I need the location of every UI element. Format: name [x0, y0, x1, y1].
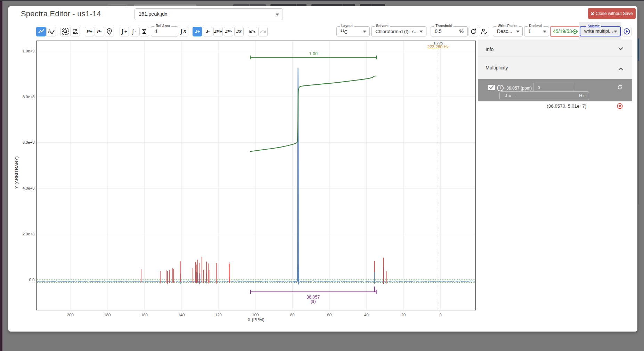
svg-text:80: 80 [290, 313, 295, 317]
svg-text:60: 60 [327, 313, 332, 317]
svg-text:223.260 Hz: 223.260 Hz [427, 44, 449, 49]
svg-text:100: 100 [252, 313, 259, 317]
svg-text:2.0e+8: 2.0e+8 [23, 232, 35, 236]
svg-text:140: 140 [178, 313, 185, 317]
svg-text:Y (ARBITRARY): Y (ARBITRARY) [14, 156, 19, 189]
svg-text:120: 120 [215, 313, 222, 317]
svg-text:180: 180 [104, 313, 111, 317]
svg-text:20: 20 [401, 313, 406, 317]
svg-text:40: 40 [364, 313, 369, 317]
svg-text:0: 0 [439, 313, 441, 317]
svg-text:1.00: 1.00 [309, 51, 318, 56]
svg-text:160: 160 [141, 313, 148, 317]
svg-text:X (PPM): X (PPM) [247, 317, 264, 322]
svg-text:6.0e+8: 6.0e+8 [23, 140, 35, 144]
svg-text:200: 200 [67, 313, 74, 317]
svg-text:(s): (s) [311, 299, 316, 304]
svg-text:4.0e+8: 4.0e+8 [23, 186, 35, 190]
svg-text:8.0e+8: 8.0e+8 [23, 95, 35, 99]
svg-text:1.0e+9: 1.0e+9 [23, 49, 35, 53]
svg-text:0.0: 0.0 [29, 278, 35, 282]
